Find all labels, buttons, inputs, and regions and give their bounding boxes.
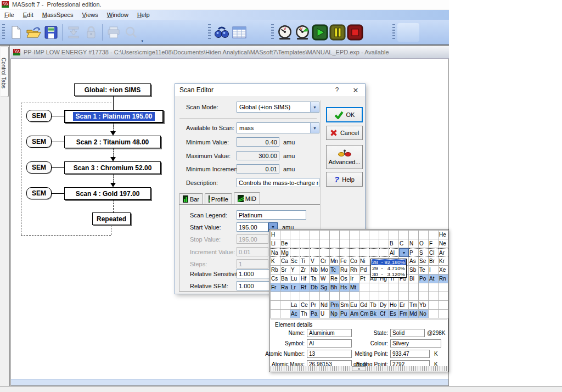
- element-cell-F[interactable]: F: [429, 239, 439, 248]
- element-cell-Lu[interactable]: Lu: [290, 275, 300, 283]
- element-cell-No[interactable]: No: [419, 310, 429, 318]
- element-cell-Y[interactable]: Y: [290, 266, 300, 275]
- element-cell-Ne[interactable]: Ne: [439, 239, 448, 248]
- element-cell-Sb[interactable]: Sb: [409, 266, 419, 275]
- element-cell-Er[interactable]: Er: [399, 301, 409, 310]
- element-cell-Md[interactable]: Md: [409, 310, 419, 318]
- open-folder-icon[interactable]: [25, 24, 42, 41]
- tab-bar[interactable]: Bar: [179, 193, 203, 204]
- element-cell-Yb[interactable]: Yb: [419, 301, 429, 310]
- element-cell-Pd[interactable]: Pd: [359, 266, 369, 275]
- element-cell-Pa[interactable]: Pa: [310, 310, 320, 318]
- element-cell-Mn[interactable]: Mn: [330, 257, 340, 266]
- isotope-option-28[interactable]: 28-92.180%: [371, 259, 406, 265]
- start-run-icon[interactable]: [311, 24, 329, 41]
- element-cell-Am[interactable]: Am: [350, 310, 359, 318]
- dialog-help-icon[interactable]: [329, 84, 345, 96]
- element-cell-Cm[interactable]: Cm: [359, 310, 369, 318]
- element-cell-Na[interactable]: Na: [271, 248, 280, 257]
- element-cell-C[interactable]: C: [399, 239, 409, 248]
- help-button[interactable]: Help: [326, 172, 363, 187]
- element-cell-Cr[interactable]: Cr: [320, 257, 330, 266]
- element-cell-Te[interactable]: Te: [419, 266, 429, 275]
- element-cell-Nb[interactable]: Nb: [310, 266, 320, 275]
- element-cell-Sg[interactable]: Sg: [320, 283, 330, 292]
- element-cell-P[interactable]: P: [409, 248, 419, 257]
- element-cell-Xe[interactable]: Xe: [439, 266, 448, 275]
- element-cell-As[interactable]: As: [409, 257, 419, 266]
- element-cell-Br[interactable]: Br: [429, 257, 439, 266]
- sem-node-2[interactable]: SEM: [26, 136, 52, 148]
- element-cell-Sr[interactable]: Sr: [280, 266, 290, 275]
- menu-edit[interactable]: Edit: [19, 10, 38, 19]
- element-cell-Db[interactable]: Db: [310, 283, 320, 292]
- element-cell-Kr[interactable]: Kr: [439, 257, 448, 266]
- element-cell-Co[interactable]: Co: [350, 257, 359, 266]
- element-cell-Ta[interactable]: Ta: [310, 275, 320, 283]
- element-cell-Ru[interactable]: Ru: [340, 266, 350, 275]
- element-cell-Tc[interactable]: Tc: [330, 266, 340, 275]
- element-cell-Tb[interactable]: Tb: [369, 301, 379, 310]
- element-cell-Fr[interactable]: Fr: [271, 283, 280, 292]
- element-cell-Li[interactable]: Li: [271, 239, 280, 248]
- element-cell-S[interactable]: S: [419, 248, 429, 257]
- element-cell-Rb[interactable]: Rb: [271, 266, 280, 275]
- element-cell-Hf[interactable]: Hf: [300, 275, 310, 283]
- element-cell-N[interactable]: N: [409, 239, 419, 248]
- element-cell-Re[interactable]: Re: [330, 275, 340, 283]
- advanced-button[interactable]: Advanced...: [326, 145, 363, 169]
- element-cell-Np[interactable]: Np: [330, 310, 340, 318]
- element-cell-Be[interactable]: Be: [280, 239, 290, 248]
- element-cell-H[interactable]: H: [271, 231, 280, 239]
- element-cell-Ba[interactable]: Ba: [280, 275, 290, 283]
- element-cell-Cf[interactable]: Cf: [379, 310, 389, 318]
- toolbar-overflow-icon[interactable]: ▾: [141, 39, 143, 43]
- new-document-icon[interactable]: [7, 24, 25, 41]
- element-cell-B[interactable]: B: [389, 239, 399, 248]
- element-cell-Th[interactable]: Th: [300, 310, 310, 318]
- element-cell-O[interactable]: O: [419, 239, 429, 248]
- element-cell-W[interactable]: W: [320, 275, 330, 283]
- element-cell-Zr[interactable]: Zr: [300, 266, 310, 275]
- element-cell-Os[interactable]: Os: [340, 275, 350, 283]
- sem-node-4[interactable]: SEM: [26, 187, 52, 199]
- menu-file[interactable]: File: [0, 10, 19, 19]
- control-tabs-tab[interactable]: Control Tabs: [1, 47, 9, 97]
- save-icon[interactable]: [42, 24, 60, 41]
- element-cell-V[interactable]: V: [310, 257, 320, 266]
- menu-help[interactable]: Help: [133, 10, 154, 19]
- collapse-up-icon[interactable]: [352, 366, 366, 371]
- description-field[interactable]: Controls the mass-to-charge rati: [237, 178, 319, 187]
- close-icon[interactable]: [347, 84, 364, 96]
- toolbar-grip[interactable]: [2, 24, 5, 41]
- cancel-button[interactable]: Cancel: [326, 126, 363, 140]
- element-cell-Sc[interactable]: Sc: [290, 257, 300, 266]
- element-cell-Pm[interactable]: Pm: [330, 301, 340, 310]
- isotope-dropdown-cell-button[interactable]: [399, 248, 409, 257]
- gauge-icon[interactable]: V: [276, 24, 294, 41]
- element-cell-He[interactable]: He: [439, 231, 448, 239]
- element-cell-Ca[interactable]: Ca: [280, 257, 290, 266]
- element-cell-Pu[interactable]: Pu: [340, 310, 350, 318]
- element-cell-Ar[interactable]: Ar: [439, 248, 448, 257]
- element-cell-Hs[interactable]: Hs: [340, 283, 350, 292]
- element-cell-At[interactable]: At: [429, 275, 439, 283]
- menu-massspecs[interactable]: MassSpecs: [38, 10, 78, 19]
- chevron-down-icon[interactable]: [310, 102, 319, 112]
- global-node[interactable]: Global: +ion SIMS: [74, 83, 151, 96]
- element-cell-Mt[interactable]: Mt: [350, 283, 359, 292]
- element-cell-Bk[interactable]: Bk: [369, 310, 379, 318]
- element-cell-Ti[interactable]: Ti: [300, 257, 310, 266]
- element-cell-Tm[interactable]: Tm: [409, 301, 419, 310]
- element-cell-Bi[interactable]: Bi: [409, 275, 419, 283]
- toolbar-grip[interactable]: [271, 24, 274, 41]
- menu-window[interactable]: Window: [103, 10, 133, 19]
- gauge-tune-icon[interactable]: V: [294, 24, 311, 41]
- tab-mid[interactable]: MID: [234, 192, 260, 204]
- element-cell-Cs[interactable]: Cs: [271, 275, 280, 283]
- element-cell-Rf[interactable]: Rf: [300, 283, 310, 292]
- element-cell-Po[interactable]: Po: [419, 275, 429, 283]
- element-cell-Gd[interactable]: Gd: [359, 301, 369, 310]
- element-cell-Sm[interactable]: Sm: [340, 301, 350, 310]
- element-cell-Fe[interactable]: Fe: [340, 257, 350, 266]
